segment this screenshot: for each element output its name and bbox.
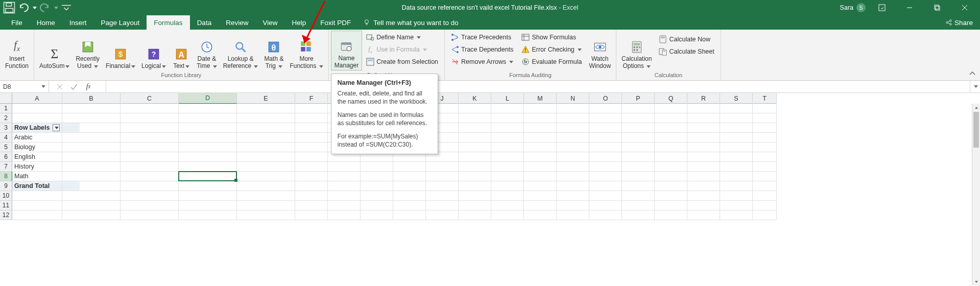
cell[interactable] xyxy=(655,162,687,172)
cell[interactable] xyxy=(524,201,557,210)
cell[interactable] xyxy=(237,172,295,181)
row-header[interactable]: 7 xyxy=(0,162,12,172)
cell[interactable] xyxy=(237,133,295,142)
expand-formula-bar-icon[interactable] xyxy=(970,81,980,92)
cell[interactable] xyxy=(328,172,361,181)
qat-customize-icon[interactable] xyxy=(60,2,73,14)
cell[interactable] xyxy=(720,172,753,181)
cell[interactable] xyxy=(753,104,777,113)
tab-insert[interactable]: Insert xyxy=(62,15,94,30)
cell[interactable] xyxy=(753,181,777,191)
cell[interactable] xyxy=(687,133,720,142)
cell[interactable] xyxy=(753,210,777,220)
cell[interactable] xyxy=(361,181,393,191)
cell[interactable] xyxy=(361,172,393,181)
cell[interactable] xyxy=(426,210,459,220)
cell[interactable] xyxy=(295,191,328,201)
cell[interactable] xyxy=(720,201,753,210)
cell[interactable] xyxy=(62,113,121,123)
tab-data[interactable]: Data xyxy=(190,15,219,30)
cell[interactable] xyxy=(426,181,459,191)
scroll-up-icon[interactable] xyxy=(972,104,980,112)
cell[interactable] xyxy=(622,152,655,162)
cell[interactable] xyxy=(237,162,295,172)
cell[interactable] xyxy=(179,162,237,172)
cell[interactable] xyxy=(687,201,720,210)
cell[interactable] xyxy=(459,123,491,133)
close-icon[interactable] xyxy=(953,0,976,15)
tab-help[interactable]: Help xyxy=(284,15,313,30)
cell[interactable] xyxy=(121,181,179,191)
cell[interactable] xyxy=(557,113,589,123)
cell[interactable] xyxy=(622,191,655,201)
cell[interactable] xyxy=(589,152,622,162)
cell[interactable] xyxy=(121,172,179,181)
cell[interactable] xyxy=(491,142,524,152)
cell[interactable] xyxy=(524,113,557,123)
cell[interactable] xyxy=(687,191,720,201)
cell[interactable] xyxy=(720,133,753,142)
text-button[interactable]: AText xyxy=(169,31,194,70)
cell[interactable] xyxy=(361,210,393,220)
cell[interactable] xyxy=(524,172,557,181)
cell[interactable] xyxy=(524,210,557,220)
cell[interactable] xyxy=(589,123,622,133)
cell[interactable] xyxy=(393,191,426,201)
cell[interactable] xyxy=(557,133,589,142)
cell[interactable] xyxy=(622,210,655,220)
cell[interactable] xyxy=(622,201,655,210)
cell[interactable] xyxy=(295,123,328,133)
cell[interactable] xyxy=(459,133,491,142)
cell[interactable] xyxy=(557,191,589,201)
cell[interactable] xyxy=(524,191,557,201)
cell[interactable] xyxy=(179,104,237,113)
tell-me-search[interactable]: Tell me what you want to do xyxy=(363,15,459,30)
cell[interactable] xyxy=(491,162,524,172)
cell[interactable]: Grand Total xyxy=(12,181,62,191)
cell[interactable] xyxy=(753,172,777,181)
cell[interactable] xyxy=(720,210,753,220)
cell[interactable] xyxy=(459,162,491,172)
cell[interactable] xyxy=(655,113,687,123)
calculate-sheet-button[interactable]: Calculate Sheet xyxy=(657,46,716,57)
column-header[interactable]: C xyxy=(121,93,179,104)
cell[interactable] xyxy=(557,201,589,210)
column-header[interactable]: R xyxy=(687,93,720,104)
column-header[interactable]: A xyxy=(12,93,62,104)
row-header[interactable]: 9 xyxy=(0,181,12,191)
formula-bar-input[interactable] xyxy=(106,81,970,92)
cell[interactable] xyxy=(328,210,361,220)
cell[interactable] xyxy=(361,201,393,210)
cell[interactable] xyxy=(589,181,622,191)
cell[interactable] xyxy=(459,201,491,210)
cell[interactable] xyxy=(491,210,524,220)
cell[interactable] xyxy=(753,152,777,162)
cell[interactable] xyxy=(361,162,393,172)
cell[interactable] xyxy=(655,123,687,133)
cell[interactable] xyxy=(237,123,295,133)
cell[interactable] xyxy=(295,201,328,210)
cell[interactable] xyxy=(121,201,179,210)
cell[interactable] xyxy=(557,210,589,220)
cell[interactable] xyxy=(121,152,179,162)
watch-window-button[interactable]: WatchWindow xyxy=(586,31,614,70)
cell[interactable] xyxy=(622,142,655,152)
cell[interactable] xyxy=(557,104,589,113)
cell[interactable] xyxy=(753,123,777,133)
recently-used-button[interactable]: RecentlyUsed xyxy=(73,31,103,70)
cell[interactable] xyxy=(622,123,655,133)
financial-button[interactable]: $Financial xyxy=(103,31,138,70)
cell[interactable] xyxy=(459,210,491,220)
cell[interactable] xyxy=(589,191,622,201)
minimize-icon[interactable] xyxy=(898,0,921,15)
share-button[interactable]: Share xyxy=(945,15,980,30)
cell[interactable] xyxy=(62,172,121,181)
cell[interactable] xyxy=(62,191,121,201)
error-checking-button[interactable]: !Error Checking xyxy=(519,44,584,55)
cell[interactable] xyxy=(491,201,524,210)
cell[interactable] xyxy=(753,142,777,152)
cell[interactable] xyxy=(393,201,426,210)
cell[interactable] xyxy=(328,201,361,210)
column-header[interactable]: D xyxy=(179,93,237,104)
cell[interactable] xyxy=(753,191,777,201)
